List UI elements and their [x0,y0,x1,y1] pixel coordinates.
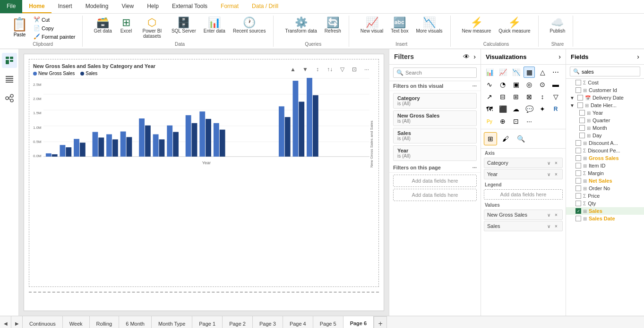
values-field-sales[interactable]: Sales ∨ × [484,221,563,231]
page-nav-left[interactable]: ◀ [0,316,11,328]
axis-category-remove[interactable]: × [553,160,559,166]
field-item-price[interactable]: Σ Price [566,192,644,200]
page-tab-page1[interactable]: Page 1 [192,316,223,328]
values-sales-expand[interactable]: ∨ [545,223,552,229]
cut-button[interactable]: ✂️ Cut [32,16,77,24]
viz-icon-gauge[interactable]: ⊙ [537,79,548,90]
tab-file[interactable]: File [0,0,22,13]
tab-modeling[interactable]: Modeling [79,0,115,13]
filters-eye-icon[interactable]: 👁 [463,53,470,60]
sql-server-button[interactable]: 🗄️ SQL Server [169,16,199,35]
field-item-itemid[interactable]: ⊞ Item ID [566,162,644,169]
move-down-btn[interactable]: ▼ [300,64,310,75]
viz-icon-decomp[interactable]: ⊕ [497,116,508,127]
axis-category-expand[interactable]: ∨ [545,160,552,166]
focus-btn[interactable]: ⊡ [349,64,360,75]
publish-button[interactable]: ☁️ Publish [547,16,568,35]
field-checkbox-deliverydate[interactable] [577,95,583,101]
filters-expand-icon[interactable]: › [473,53,476,60]
page-add-button[interactable]: + [374,316,387,328]
filter-card-ngs[interactable]: New Gross Sales is (All) [393,110,477,126]
fields-search-input[interactable] [582,69,637,75]
more-visuals-button[interactable]: 📉 More visuals [413,16,445,35]
tab-data-drill[interactable]: Data / Drill [245,0,285,13]
viz-icon-kpi[interactable]: ↗ [484,91,495,102]
page-tab-page4[interactable]: Page 4 [283,316,313,328]
field-item-discountA[interactable]: ⊞ Discount A... [566,139,644,147]
field-item-month[interactable]: ⊞ Month [566,124,644,132]
viz-icon-waterfall[interactable]: ↕ [537,91,548,102]
viz-icon-combo[interactable]: ∿ [484,79,495,90]
field-item-quarter[interactable]: ⊞ Quarter [566,117,644,124]
axis-field-category[interactable]: Category ∨ × [484,158,563,168]
viz-icon-line-chart[interactable]: 📉 [510,67,522,78]
field-item-grosssales[interactable]: ⊞ Gross Sales [566,154,644,162]
viz-expand-icon[interactable]: › [558,53,561,60]
recent-sources-button[interactable]: 🕐 Recent sources [230,16,268,35]
page-tab-page5[interactable]: Page 5 [313,316,343,328]
viz-icon-map[interactable]: 🗺 [484,103,495,115]
viz-icon-py[interactable]: Py [484,116,495,127]
page-nav-right[interactable]: ▶ [11,316,23,328]
field-checkbox-datehier[interactable] [577,102,583,108]
field-checkbox-salesdate[interactable] [575,216,581,221]
viz-icon-azure[interactable]: ☁ [510,103,522,115]
filters-on-visual-more[interactable]: ··· [472,83,477,89]
values-ngs-remove[interactable]: × [553,211,559,218]
field-item-deliverydate[interactable]: ▼ 📅 Delivery Date [566,94,644,101]
values-ngs-expand[interactable]: ∨ [545,211,552,218]
axis-year-remove[interactable]: × [553,171,559,177]
sort-az-btn[interactable]: ↑↓ [325,64,335,75]
viz-icon-clustered-bar[interactable]: ▦ [524,67,535,78]
new-measure-button[interactable]: ⚡ New measure [459,16,494,35]
format-painter-button[interactable]: 🖌️ Format painter [32,33,77,41]
page-tab-rolling[interactable]: Rolling [90,316,120,328]
field-checkbox-grosssales[interactable] [575,155,581,161]
legend-add-data[interactable]: Add data fields here [484,189,563,200]
viz-icon-filled-map[interactable]: ⬛ [497,103,508,115]
tab-view[interactable]: View [115,0,140,13]
text-box-button[interactable]: 🔤 Text box [388,16,411,35]
get-data-button[interactable]: 🗃️ Get data [91,16,115,35]
values-field-ngs[interactable]: New Gross Sales ∨ × [484,210,563,220]
field-expand-deliverydate[interactable]: ▼ [570,95,575,101]
viz-icon-area-chart[interactable]: △ [537,67,548,78]
field-checkbox-qty[interactable] [575,201,581,206]
field-item-sales[interactable]: ✓ ⊞ Sales [566,207,644,215]
paste-button[interactable]: 📋 Paste [9,16,31,41]
field-item-qty[interactable]: Σ Qty [566,200,644,207]
viz-icon-more[interactable]: ··· [524,116,535,127]
filter-btn[interactable]: ▽ [337,64,347,75]
field-checkbox-price[interactable] [575,193,581,199]
field-item-netsales[interactable]: ⊞ Net Sales [566,177,644,185]
transform-data-button[interactable]: ⚙️ Transform data [282,16,319,35]
add-data-fields-page[interactable]: Add data fields here [393,175,477,187]
power-bi-datasets-button[interactable]: ⬡ Power BI datasets [137,16,167,41]
quick-measure-button[interactable]: ⚡ Quick measure [496,16,533,35]
visual-container[interactable]: ▲ ▼ ↕ ↑↓ ▽ ⊡ ··· New Gross Sales and Sal… [29,59,379,287]
field-item-datehier[interactable]: ▼ ⊞ Date Hier... [566,101,644,109]
filter-search-input[interactable] [405,70,473,76]
field-checkbox-cost[interactable] [575,80,581,85]
tab-insert[interactable]: Insert [52,0,79,13]
add-data-fields-visual[interactable]: Add data fields here [393,189,477,201]
move-up-btn[interactable]: ▲ [288,64,298,75]
field-checkbox-year[interactable] [579,110,585,116]
viz-icon-table[interactable]: ⊞ [510,91,522,102]
viz-format-icon[interactable]: 🖌 [499,132,512,145]
field-checkbox-quarter[interactable] [579,118,585,123]
field-item-day[interactable]: ⊞ Day [566,132,644,139]
viz-fields-icon[interactable]: ⊞ [484,132,497,145]
viz-icon-bar-chart[interactable]: 📊 [484,67,495,78]
tab-home[interactable]: Home [22,0,51,13]
field-item-margin[interactable]: Σ Margin [566,169,644,177]
field-checkbox-month[interactable] [579,125,585,131]
tab-format[interactable]: Format [214,0,245,13]
copy-button[interactable]: 📄 Copy [32,24,77,32]
filter-card-sales[interactable]: Sales is (All) [393,128,477,143]
field-item-salesdate[interactable]: ⊞ Sales Date [566,215,644,222]
field-checkbox-itemid[interactable] [575,163,581,168]
sort-btn[interactable]: ↕ [312,64,323,75]
viz-icon-matrix[interactable]: ⊠ [524,91,535,102]
excel-button[interactable]: ⊞ Excel [117,16,136,35]
